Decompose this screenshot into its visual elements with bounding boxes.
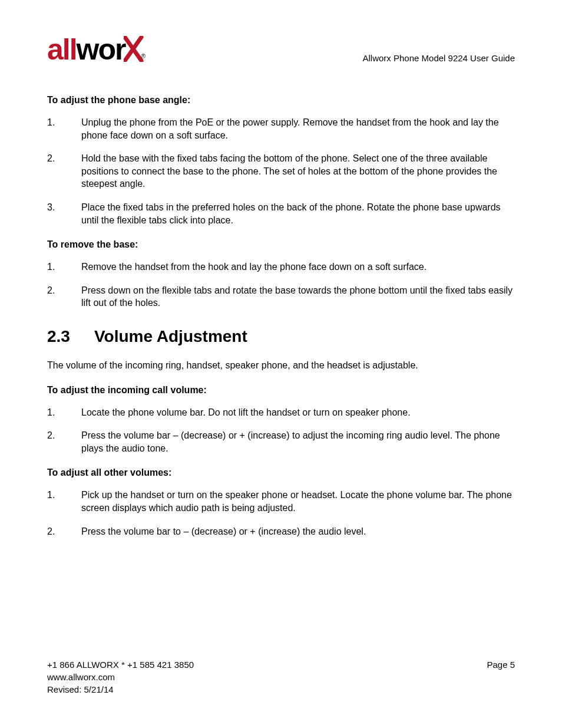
footer-url: www.allworx.com <box>47 671 515 683</box>
section-number: 2.3 <box>47 327 94 346</box>
list-item: 3.Place the fixed tabs in the preferred … <box>47 201 515 226</box>
item-number: 1. <box>47 261 81 274</box>
logo-text-wor: wor <box>77 32 125 67</box>
subheading-remove-base: To remove the base: <box>47 239 515 250</box>
list-item: 2.Press down on the flexible tabs and ro… <box>47 284 515 309</box>
list-item: 2.Press the volume bar – (decrease) or +… <box>47 429 515 454</box>
list-remove-base: 1.Remove the handset from the hook and l… <box>47 261 515 309</box>
item-number: 1. <box>47 489 81 514</box>
item-text: Press the volume bar – (decrease) or + (… <box>81 429 515 454</box>
footer-revised: Revised: 5/21/14 <box>47 683 515 696</box>
logo-text-all: all <box>47 32 77 67</box>
subheading-adjust-base: To adjust the phone base angle: <box>47 95 515 106</box>
logo: allwor® <box>47 32 144 67</box>
item-number: 2. <box>47 429 81 454</box>
list-item: 2.Hold the base with the fixed tabs faci… <box>47 152 515 190</box>
item-number: 2. <box>47 284 81 309</box>
list-item: 2.Press the volume bar to – (decrease) o… <box>47 525 515 538</box>
document-title: Allworx Phone Model 9224 User Guide <box>363 53 515 67</box>
list-item: 1.Locate the phone volume bar. Do not li… <box>47 406 515 419</box>
section-title: Volume Adjustment <box>94 327 247 345</box>
item-number: 2. <box>47 525 81 538</box>
item-text: Press the volume bar to – (decrease) or … <box>81 525 515 538</box>
list-incoming-volume: 1.Locate the phone volume bar. Do not li… <box>47 406 515 455</box>
list-item: 1.Pick up the handset or turn on the spe… <box>47 489 515 514</box>
subheading-other-volumes: To adjust all other volumes: <box>47 467 515 478</box>
list-item: 1.Remove the handset from the hook and l… <box>47 261 515 274</box>
item-number: 2. <box>47 152 81 190</box>
item-number: 1. <box>47 406 81 419</box>
item-text: Locate the phone volume bar. Do not lift… <box>81 406 515 419</box>
list-adjust-base: 1.Unplug the phone from the PoE or the p… <box>47 116 515 226</box>
footer-contact: +1 866 ALLWORX * +1 585 421 3850 <box>47 658 194 671</box>
item-text: Unplug the phone from the PoE or the pow… <box>81 116 515 141</box>
item-number: 1. <box>47 116 81 141</box>
item-text: Press down on the flexible tabs and rota… <box>81 284 515 309</box>
section-heading: 2.3Volume Adjustment <box>47 327 515 346</box>
item-text: Pick up the handset or turn on the speak… <box>81 489 515 514</box>
list-item: 1.Unplug the phone from the PoE or the p… <box>47 116 515 141</box>
registered-mark: ® <box>141 53 146 60</box>
list-other-volumes: 1.Pick up the handset or turn on the spe… <box>47 489 515 538</box>
item-text: Hold the base with the fixed tabs facing… <box>81 152 515 190</box>
logo-x-icon <box>124 37 140 60</box>
footer-page-number: Page 5 <box>487 658 515 671</box>
intro-paragraph: The volume of the incoming ring, handset… <box>47 359 515 372</box>
page-header: allwor® Allworx Phone Model 9224 User Gu… <box>47 32 515 67</box>
item-number: 3. <box>47 201 81 226</box>
item-text: Place the fixed tabs in the preferred ho… <box>81 201 515 226</box>
item-text: Remove the handset from the hook and lay… <box>81 261 515 274</box>
page-footer: +1 866 ALLWORX * +1 585 421 3850 Page 5 … <box>47 658 515 696</box>
subheading-incoming-volume: To adjust the incoming call volume: <box>47 385 515 396</box>
